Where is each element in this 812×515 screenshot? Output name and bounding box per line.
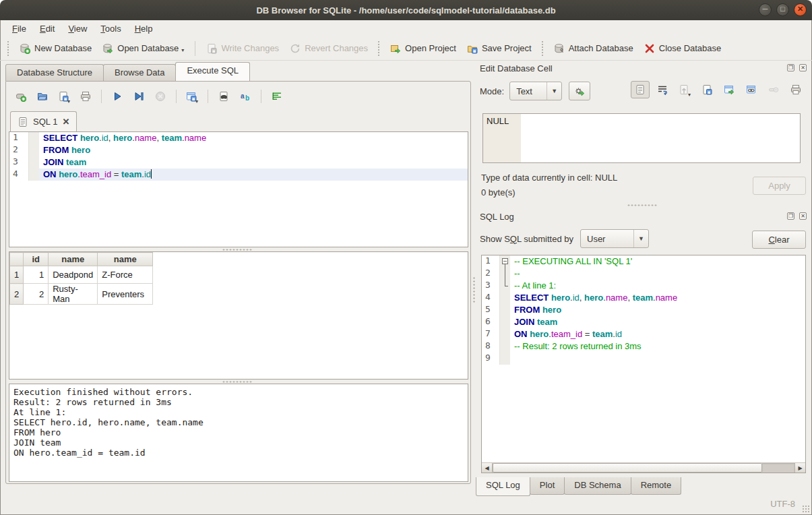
new-tab-button[interactable] [11,88,30,105]
log-filter-combobox[interactable]: User ▼ [580,229,649,248]
mode-combobox[interactable]: Text ▼ [509,82,562,100]
scroll-right-icon[interactable]: ▶ [794,463,805,473]
resize-grip-icon[interactable] [802,505,810,513]
code-line[interactable]: -- At line 1: [510,280,805,292]
titlebar[interactable]: DB Browser for SQLite - /home/user/code/… [0,0,812,20]
print-button[interactable] [76,88,95,105]
menu-help[interactable]: Help [128,22,160,36]
sql-document-tab[interactable]: SQL 1 ✕ [10,111,77,131]
sql-log-view[interactable]: 123456789 -- EXECUTING ALL IN 'SQL 1'---… [481,255,806,473]
scroll-left-icon[interactable]: ◀ [482,463,493,473]
cell-value-editor[interactable]: NULL [482,113,801,163]
execute-sql-page: ▾▾ab SQL 1 ✕ 1234 SELECT hero.id, hero.n… [5,81,471,484]
execution-message-box[interactable]: Execution finished without errors. Resul… [9,384,468,482]
row-header[interactable]: 2 [10,284,24,305]
float-dock-icon[interactable]: ❐ [787,64,794,71]
code-line[interactable]: ON hero.team_id = team.id [510,328,805,340]
print-cell-button[interactable] [786,81,805,98]
sql-editor[interactable]: 1234 SELECT hero.id, hero.name, team.nam… [9,131,468,247]
code-line[interactable]: JOIN team [39,156,468,169]
tab-browse-data[interactable]: Browse Data [103,64,176,81]
close-database-button[interactable]: Close Database [639,40,727,57]
code-line[interactable]: -- EXECUTING ALL IN 'SQL 1' [510,255,805,268]
column-header[interactable]: name [98,253,153,266]
svg-text:a: a [241,92,245,100]
code-line[interactable]: -- Result: 2 rows returned in 3ms [510,340,805,353]
scrollbar-thumb[interactable] [493,463,762,473]
table-cell[interactable]: Rusty-Man [49,284,98,305]
import-file-button: ▾ [675,81,694,98]
row-header[interactable]: 1 [10,266,24,284]
close-dock-icon[interactable]: ✕ [799,212,807,220]
column-header[interactable]: name [49,253,98,266]
table-row[interactable]: 11DeadpondZ-Force [10,266,153,284]
autocomplete-button[interactable]: ab [236,88,255,105]
scrollbar-trough[interactable] [762,463,794,473]
code-line[interactable]: FROM hero [510,304,805,316]
tab-database-structure[interactable]: Database Structure [5,64,104,81]
code-line[interactable]: SELECT hero.id, hero.name, team.name [510,292,805,304]
open-project-button[interactable]: Open Project [385,40,462,57]
close-button[interactable]: ✕ [794,3,807,16]
table-cell[interactable]: Preventers [98,284,153,305]
table-row[interactable]: 22Rusty-ManPreventers [10,284,153,305]
results-grid[interactable]: idnamename11DeadpondZ-Force22Rusty-ManPr… [9,251,468,380]
copy-link-button[interactable] [742,81,761,98]
open-sql-file-button[interactable] [33,88,52,105]
attach-database-button[interactable]: Attach Database [549,40,639,57]
execute-line-button[interactable] [129,88,148,105]
text-mode-button[interactable] [631,81,650,98]
apply-cell-button[interactable] [569,82,590,100]
menu-edit[interactable]: Edit [33,22,61,36]
cell-dock-buttons: ❐ ✕ [787,64,807,71]
panel-splitter[interactable] [472,276,476,303]
export-file-button[interactable] [697,81,716,98]
execute-line-icon [133,91,144,102]
save-project-button[interactable]: Save Project [462,40,537,57]
apply-button[interactable]: Apply [753,177,806,195]
code-line[interactable]: JOIN team [510,316,805,328]
minimize-button[interactable]: ─ [759,3,772,16]
encoding-indicator[interactable]: UTF-8 [770,499,795,509]
table-cell[interactable]: Deadpond [49,266,98,284]
code-line[interactable]: FROM hero [39,144,468,156]
table-cell[interactable]: 1 [24,266,49,284]
toolbar-separator [261,90,261,103]
column-header[interactable]: id [24,253,49,266]
code-line[interactable]: ON hero.team_id = team.id [39,169,468,181]
execute-all-button[interactable] [108,88,127,105]
chevron-down-icon[interactable]: ▾ [67,98,70,105]
open-external-button[interactable] [720,81,739,98]
find-button[interactable] [214,88,233,105]
code-line[interactable]: SELECT hero.id, hero.name, team.name [39,132,468,144]
word-wrap-button[interactable] [653,81,672,98]
clear-log-button[interactable]: Clear [752,231,806,249]
close-dock-icon[interactable]: ✕ [799,64,807,71]
menu-tools[interactable]: Tools [94,22,127,36]
save-sql-file-button[interactable]: ▾ [55,88,73,105]
dock-splitter[interactable] [627,204,658,207]
log-horizontal-scrollbar[interactable]: ◀ ▶ [482,462,805,473]
new-database-button[interactable]: New Database [14,40,97,57]
open-database-button[interactable]: Open Database▾ [97,40,189,57]
format-button[interactable] [268,88,286,105]
menu-view[interactable]: View [61,22,94,36]
tab-execute-sql[interactable]: Execute SQL [175,62,250,81]
maximize-button[interactable]: □ [776,3,789,16]
log-filter-row: Show SQL submitted by User ▼ [480,228,649,249]
save-results-button[interactable]: ▾ [183,88,201,105]
table-cell[interactable]: Z-Force [98,266,153,284]
code-line[interactable]: -- [510,268,805,280]
chevron-down-icon[interactable]: ▾ [195,98,198,105]
revert-changes-button: Revert Changes [284,40,373,57]
chevron-down-icon[interactable]: ▾ [181,47,184,54]
chevron-down-icon: ▼ [633,230,648,247]
float-dock-icon[interactable]: ❐ [787,212,794,220]
table-cell[interactable]: 2 [24,284,49,305]
editor-code-area[interactable]: SELECT hero.id, hero.name, team.nameFROM… [39,132,468,247]
code-line[interactable] [510,353,805,365]
menu-file[interactable]: File [5,22,33,36]
sql-tab-label: SQL 1 [33,117,57,127]
dock-tab-sql-log[interactable]: SQL Log [476,477,530,496]
close-tab-icon[interactable]: ✕ [62,117,69,127]
